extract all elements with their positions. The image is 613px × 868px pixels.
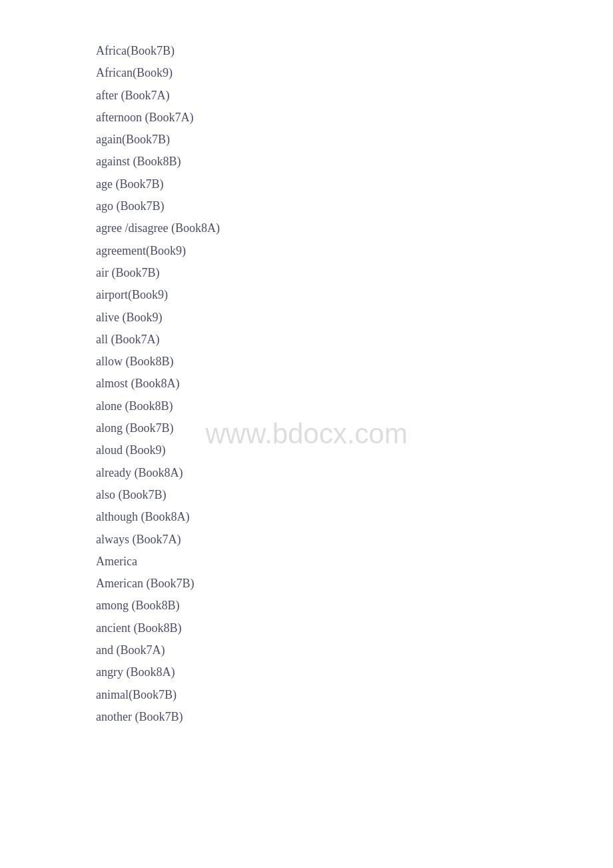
list-item: angry (Book8A) bbox=[96, 661, 613, 683]
list-item: all (Book7A) bbox=[96, 329, 613, 351]
list-item: against (Book8B) bbox=[96, 151, 613, 173]
list-item: aloud (Book9) bbox=[96, 439, 613, 461]
list-item: almost (Book8A) bbox=[96, 373, 613, 395]
list-item: ancient (Book8B) bbox=[96, 617, 613, 639]
list-item: animal(Book7B) bbox=[96, 684, 613, 706]
list-item: agree /disagree (Book8A) bbox=[96, 217, 613, 239]
list-item: although (Book8A) bbox=[96, 506, 613, 528]
list-item: already (Book8A) bbox=[96, 462, 613, 484]
list-item: alive (Book9) bbox=[96, 307, 613, 329]
list-item: also (Book7B) bbox=[96, 484, 613, 506]
list-item: along (Book7B) bbox=[96, 417, 613, 439]
list-item: again(Book7B) bbox=[96, 129, 613, 151]
list-item: ago (Book7B) bbox=[96, 195, 613, 217]
list-item: allow (Book8B) bbox=[96, 351, 613, 373]
list-item: alone (Book8B) bbox=[96, 395, 613, 417]
content-area: Africa(Book7B)African(Book9)after (Book7… bbox=[0, 0, 613, 768]
list-item: airport(Book9) bbox=[96, 284, 613, 306]
list-item: age (Book7B) bbox=[96, 173, 613, 195]
list-item: Africa(Book7B) bbox=[96, 40, 613, 62]
list-item: air (Book7B) bbox=[96, 262, 613, 284]
list-item: America bbox=[96, 551, 613, 573]
list-item: and (Book7A) bbox=[96, 639, 613, 661]
list-item: agreement(Book9) bbox=[96, 240, 613, 262]
list-item: always (Book7A) bbox=[96, 529, 613, 551]
list-item: African(Book9) bbox=[96, 62, 613, 84]
list-item: another (Book7B) bbox=[96, 706, 613, 728]
list-item: afternoon (Book7A) bbox=[96, 107, 613, 129]
list-item: after (Book7A) bbox=[96, 85, 613, 107]
list-item: American (Book7B) bbox=[96, 573, 613, 595]
list-item: among (Book8B) bbox=[96, 595, 613, 617]
